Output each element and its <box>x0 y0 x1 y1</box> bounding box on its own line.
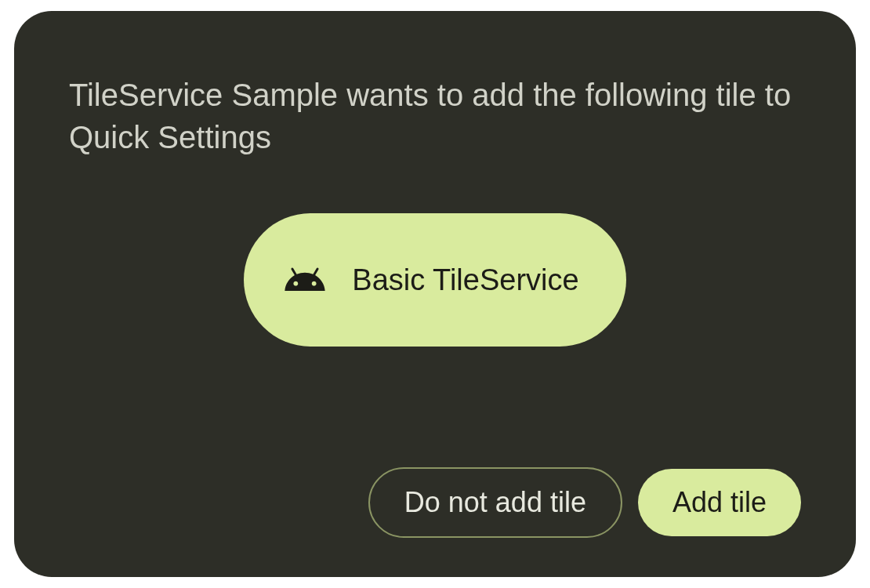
add-tile-button[interactable]: Add tile <box>638 469 801 536</box>
tile-preview-wrapper: Basic TileService <box>69 213 801 467</box>
add-tile-dialog: TileService Sample wants to add the foll… <box>14 11 856 577</box>
dialog-message: TileService Sample wants to add the foll… <box>69 74 801 158</box>
tile-preview: Basic TileService <box>244 213 625 347</box>
android-head-icon <box>283 258 327 302</box>
do-not-add-tile-button[interactable]: Do not add tile <box>368 467 622 538</box>
tile-label: Basic TileService <box>352 263 578 297</box>
button-row: Do not add tile Add tile <box>69 467 801 538</box>
